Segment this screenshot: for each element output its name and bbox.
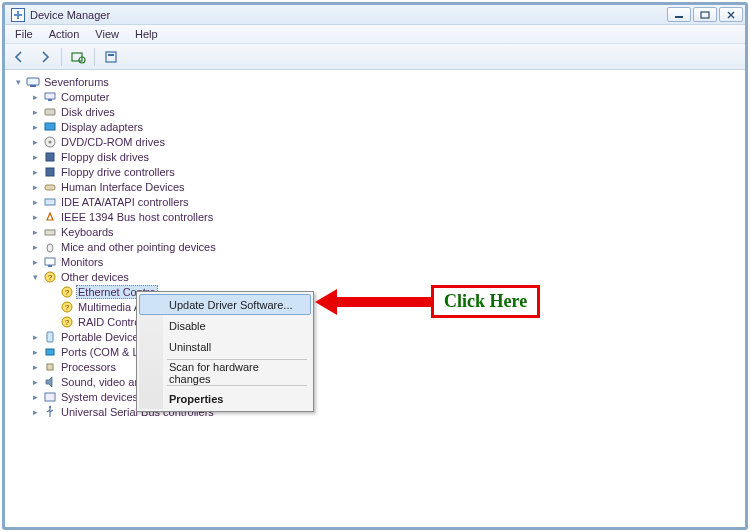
tree-item-monitors[interactable]: ▸ Monitors [30,254,743,269]
tree-item-label: Processors [59,361,118,373]
maximize-button[interactable] [693,7,717,22]
context-menu-separator [167,385,307,386]
close-button[interactable] [719,7,743,22]
tree-item-hid[interactable]: ▸ Human Interface Devices [30,179,743,194]
expand-icon[interactable]: ▸ [30,361,41,372]
svg-rect-9 [48,99,52,101]
expand-icon[interactable]: ▸ [30,331,41,342]
display-icon [43,120,57,134]
svg-rect-8 [45,93,55,99]
svg-text:?: ? [65,288,70,297]
expand-icon[interactable]: ▸ [30,346,41,357]
tree-item-label: Mice and other pointing devices [59,241,218,253]
tree-item-label: IEEE 1394 Bus host controllers [59,211,215,223]
expand-icon[interactable]: ▸ [30,256,41,267]
ctx-item-label: Disable [169,320,206,332]
expand-icon[interactable]: ▸ [30,376,41,387]
properties-button[interactable] [100,47,122,67]
tree-item-label: Disk drives [59,106,117,118]
mouse-icon [43,240,57,254]
svg-rect-18 [45,230,55,235]
unknown-icon: ? [60,300,74,314]
tree-item-dvd[interactable]: ▸ DVD/CD-ROM drives [30,134,743,149]
tree-item-display[interactable]: ▸ Display adapters [30,119,743,134]
svg-rect-10 [45,109,55,115]
tree-root-label: Sevenforums [42,76,111,88]
ctx-uninstall[interactable]: Uninstall [139,336,311,357]
tree-item-label: DVD/CD-ROM drives [59,136,167,148]
collapse-icon[interactable]: ▾ [13,76,24,87]
menu-help[interactable]: Help [129,26,164,42]
svg-rect-33 [45,393,55,401]
expand-icon[interactable]: ▸ [30,406,41,417]
menu-file[interactable]: File [9,26,39,42]
expand-icon[interactable]: ▸ [30,181,41,192]
expand-icon[interactable]: ▸ [30,241,41,252]
expand-icon[interactable]: ▸ [30,196,41,207]
unknown-icon: ? [43,270,57,284]
tree-item-label: Human Interface Devices [59,181,187,193]
ctx-item-label: Scan for hardware changes [169,361,303,385]
computer-icon [43,90,57,104]
svg-text:?: ? [65,318,70,327]
ctx-scan[interactable]: Scan for hardware changes [139,362,311,383]
expand-icon[interactable]: ▸ [30,211,41,222]
expand-icon[interactable]: ▸ [30,226,41,237]
portable-icon [43,330,57,344]
tree-item-keyboards[interactable]: ▸ Keyboards [30,224,743,239]
svg-rect-0 [675,16,683,18]
unknown-icon: ? [60,315,74,329]
tree-item-ieee1394[interactable]: ▸ IEEE 1394 Bus host controllers [30,209,743,224]
svg-rect-20 [45,258,55,265]
expand-icon[interactable]: ▸ [30,391,41,402]
menu-view[interactable]: View [89,26,125,42]
tree-item-label: Portable Devices [59,331,146,343]
device-tree-pane[interactable]: ▾ Sevenforums ▸ Computer ▸ Dis [5,70,745,527]
tree-item-label: Floppy disk drives [59,151,151,163]
collapse-icon[interactable]: ▾ [30,271,41,282]
menu-bar: File Action View Help [5,25,745,44]
svg-point-19 [47,244,53,252]
tree-item-label: Display adapters [59,121,145,133]
menu-action[interactable]: Action [43,26,86,42]
expand-icon[interactable]: ▸ [30,106,41,117]
svg-rect-31 [46,349,54,355]
toolbar-separator [61,48,62,66]
svg-text:?: ? [65,303,70,312]
computer-icon [26,75,40,89]
tree-item-computer[interactable]: ▸ Computer [30,89,743,104]
floppy-icon [43,150,57,164]
window-controls [667,7,743,22]
tree-item-label: IDE ATA/ATAPI controllers [59,196,191,208]
tree-item-ide[interactable]: ▸ IDE ATA/ATAPI controllers [30,194,743,209]
svg-rect-17 [45,199,55,205]
unknown-icon: ? [60,285,74,299]
tree-item-label: Other devices [59,271,131,283]
expand-icon[interactable]: ▸ [30,136,41,147]
ctx-item-label: Properties [169,393,223,405]
tree-root[interactable]: ▾ Sevenforums [13,74,743,89]
forward-button[interactable] [34,47,56,67]
svg-rect-16 [45,185,55,190]
tree-item-other-devices[interactable]: ▾ ? Other devices [30,269,743,284]
ctx-update-driver[interactable]: Update Driver Software... [139,294,311,315]
floppy-icon [43,165,57,179]
ctx-disable[interactable]: Disable [139,315,311,336]
ctx-properties[interactable]: Properties [139,388,311,409]
ctx-item-label: Update Driver Software... [169,299,293,311]
disk-icon [43,105,57,119]
tree-item-label: System devices [59,391,140,403]
expand-icon[interactable]: ▸ [30,166,41,177]
tree-item-floppy[interactable]: ▸ Floppy disk drives [30,149,743,164]
tree-item-floppy-ctrl[interactable]: ▸ Floppy drive controllers [30,164,743,179]
scan-hardware-button[interactable] [67,47,89,67]
expand-icon[interactable]: ▸ [30,91,41,102]
tree-item-disk-drives[interactable]: ▸ Disk drives [30,104,743,119]
tree-item-mice[interactable]: ▸ Mice and other pointing devices [30,239,743,254]
ctx-item-label: Uninstall [169,341,211,353]
expand-icon[interactable]: ▸ [30,151,41,162]
back-button[interactable] [9,47,31,67]
expand-icon[interactable]: ▸ [30,121,41,132]
minimize-button[interactable] [667,7,691,22]
context-menu: Update Driver Software... Disable Uninst… [136,291,314,412]
